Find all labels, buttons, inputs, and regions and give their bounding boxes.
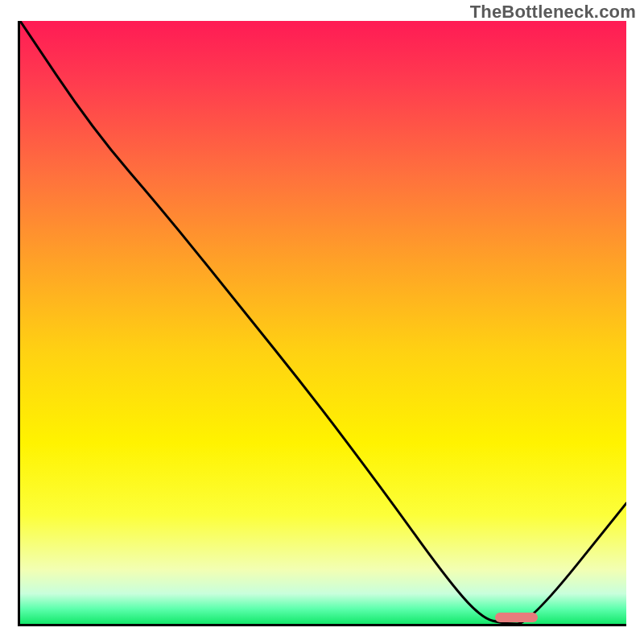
bottleneck-curve-path bbox=[20, 21, 626, 624]
bottleneck-curve-svg bbox=[20, 21, 626, 624]
chart-plot-area bbox=[18, 21, 626, 626]
watermark-text: TheBottleneck.com bbox=[470, 2, 636, 23]
optimal-range-marker bbox=[495, 613, 538, 622]
